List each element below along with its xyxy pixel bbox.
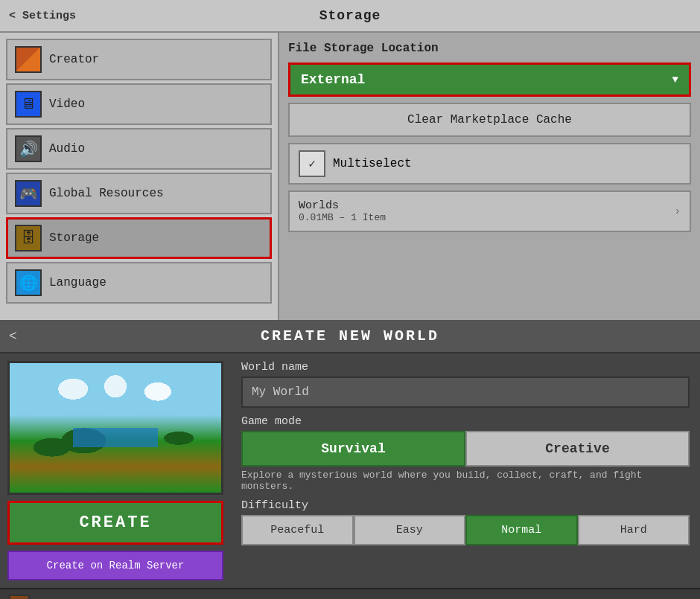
worlds-sub-label: 0.01MB – 1 Item bbox=[299, 212, 386, 223]
game-mode-description: Explore a mysterious world where you bui… bbox=[241, 470, 690, 492]
world-name-label: World name bbox=[241, 361, 690, 374]
create-world-footer: General › bbox=[0, 588, 700, 599]
file-storage-label: File Storage Location bbox=[288, 42, 691, 55]
world-image-water bbox=[73, 428, 158, 447]
create-world-content: CREATE Create on Realm Server World name… bbox=[0, 353, 700, 588]
world-name-input[interactable] bbox=[241, 377, 690, 408]
audio-icon: 🔊 bbox=[15, 135, 42, 162]
language-icon: 🌐 bbox=[15, 269, 42, 296]
settings-header: < Settings Storage bbox=[0, 0, 700, 33]
settings-title: Storage bbox=[319, 8, 381, 23]
storage-location-value: External bbox=[301, 72, 365, 87]
worlds-info: Worlds 0.01MB – 1 Item bbox=[299, 199, 386, 223]
worlds-chevron-icon: › bbox=[675, 205, 681, 217]
peaceful-difficulty-button[interactable]: Peaceful bbox=[241, 515, 354, 545]
sidebar-item-label: Creator bbox=[49, 53, 99, 66]
world-name-section: World name bbox=[241, 361, 690, 408]
general-icon bbox=[9, 595, 30, 599]
game-mode-section: Game mode Survival Creative Explore a my… bbox=[241, 415, 690, 492]
storage-right-panel: File Storage Location External ▼ Clear M… bbox=[279, 33, 700, 320]
multiselect-checkbox[interactable] bbox=[299, 150, 325, 177]
sidebar-item-video[interactable]: 🖥 Video bbox=[6, 83, 272, 125]
sidebar-item-label: Audio bbox=[49, 142, 85, 156]
difficulty-label: Difficulty bbox=[241, 499, 690, 512]
settings-storage-panel: < Settings Storage Creator 🖥 Video 🔊 Aud… bbox=[0, 0, 700, 320]
game-mode-label: Game mode bbox=[241, 415, 690, 428]
sidebar-item-label: Video bbox=[49, 97, 85, 111]
sidebar-item-audio[interactable]: 🔊 Audio bbox=[6, 128, 272, 170]
multiselect-row: Multiselect bbox=[288, 143, 691, 185]
world-preview-image bbox=[7, 361, 223, 495]
creative-mode-button[interactable]: Creative bbox=[465, 431, 690, 467]
settings-sidebar: Creator 🖥 Video 🔊 Audio 🎮 Global Resourc… bbox=[0, 33, 279, 320]
sidebar-item-creator[interactable]: Creator bbox=[6, 39, 272, 80]
create-world-back-button[interactable]: < bbox=[9, 329, 17, 344]
global-resources-icon: 🎮 bbox=[15, 180, 42, 207]
easy-difficulty-button[interactable]: Easy bbox=[354, 515, 466, 545]
sidebar-item-global-resources[interactable]: 🎮 Global Resources bbox=[6, 173, 272, 214]
world-settings-panel: World name Game mode Survival Creative E… bbox=[231, 353, 700, 588]
sidebar-item-label: Global Resources bbox=[49, 187, 164, 200]
game-mode-buttons: Survival Creative bbox=[241, 431, 690, 467]
settings-content: Creator 🖥 Video 🔊 Audio 🎮 Global Resourc… bbox=[0, 33, 700, 320]
storage-location-dropdown[interactable]: External ▼ bbox=[288, 63, 691, 97]
worlds-row[interactable]: Worlds 0.01MB – 1 Item › bbox=[288, 190, 691, 232]
creator-icon bbox=[15, 46, 42, 73]
create-new-world-panel: < CREATE NEW WORLD CREATE Create on Real… bbox=[0, 320, 700, 599]
sidebar-item-storage[interactable]: 🗄 Storage bbox=[6, 217, 272, 259]
settings-back-button[interactable]: < Settings bbox=[9, 10, 76, 22]
clear-marketplace-cache-button[interactable]: Clear Marketplace Cache bbox=[288, 103, 691, 137]
create-realm-server-button[interactable]: Create on Realm Server bbox=[7, 551, 223, 580]
dropdown-arrow-icon: ▼ bbox=[672, 74, 678, 86]
worlds-label: Worlds bbox=[299, 199, 386, 212]
storage-icon: 🗄 bbox=[15, 225, 42, 252]
difficulty-buttons: Peaceful Easy Normal Hard bbox=[241, 515, 690, 545]
create-world-header: < CREATE NEW WORLD bbox=[0, 320, 700, 353]
world-preview-panel: CREATE Create on Realm Server bbox=[0, 353, 231, 588]
create-world-title: CREATE NEW WORLD bbox=[261, 327, 439, 345]
normal-difficulty-button[interactable]: Normal bbox=[465, 515, 578, 545]
difficulty-section: Difficulty Peaceful Easy Normal Hard bbox=[241, 499, 690, 545]
video-icon: 🖥 bbox=[15, 91, 42, 118]
sidebar-item-label: Storage bbox=[49, 231, 99, 245]
sidebar-item-label: Language bbox=[49, 276, 106, 289]
survival-mode-button[interactable]: Survival bbox=[241, 431, 465, 467]
create-world-button[interactable]: CREATE bbox=[7, 501, 223, 545]
hard-difficulty-button[interactable]: Hard bbox=[578, 515, 690, 545]
multiselect-label: Multiselect bbox=[333, 157, 412, 170]
sidebar-item-language[interactable]: 🌐 Language bbox=[6, 262, 272, 304]
